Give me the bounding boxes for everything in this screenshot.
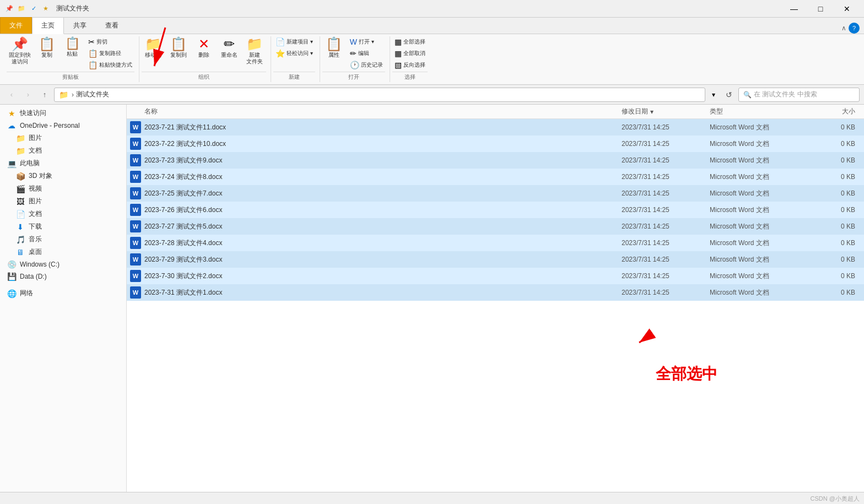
- sidebar-item-music[interactable]: 🎵 音乐: [0, 233, 126, 246]
- sidebar-item-pictures[interactable]: 📁 图片: [0, 132, 126, 144]
- ribbon-collapse-button[interactable]: ∧: [841, 24, 846, 32]
- open-content: 📋 属性 W 打开 ▾ ✏ 编辑 🕐 历史记录: [322, 36, 385, 71]
- forward-button[interactable]: ›: [21, 88, 35, 102]
- copy-button[interactable]: 📋 复制: [35, 36, 58, 59]
- sidebar-item-videos[interactable]: 🎬 视频: [0, 182, 126, 195]
- file-size-cell: 0 KB: [820, 173, 864, 181]
- file-type-cell: Microsoft Word 文档: [710, 222, 820, 231]
- file-date-cell: 2023/7/31 14:25: [622, 272, 710, 280]
- refresh-button[interactable]: ↺: [722, 88, 736, 102]
- sidebar-item-this-pc[interactable]: 💻 此电脑: [0, 157, 126, 170]
- sidebar-item-drive-c[interactable]: 💿 Windows (C:): [0, 258, 126, 270]
- table-row[interactable]: 2023-7-21 测试文件11.docx 2023/7/31 14:25 Mi…: [127, 119, 864, 136]
- table-row[interactable]: 2023-7-24 测试文件8.docx 2023/7/31 14:25 Mic…: [127, 169, 864, 185]
- sidebar-item-downloads[interactable]: ⬇ 下载: [0, 220, 126, 233]
- close-button[interactable]: ✕: [834, 0, 860, 18]
- file-type-cell: Microsoft Word 文档: [710, 139, 820, 149]
- properties-button[interactable]: 📋 属性: [322, 36, 345, 59]
- maximize-button[interactable]: □: [808, 0, 833, 18]
- table-row[interactable]: 2023-7-28 测试文件4.docx 2023/7/31 14:25 Mic…: [127, 235, 864, 251]
- delete-button[interactable]: ✕ 删除: [192, 36, 215, 59]
- new-small-buttons: 📄 新建项目 ▾ ⭐ 轻松访问 ▾: [273, 36, 315, 59]
- sidebar-item-desktop[interactable]: 🖥 桌面: [0, 246, 126, 258]
- pin-to-quick-access-button[interactable]: 📌 固定到快速访问: [7, 36, 33, 66]
- deselect-all-button[interactable]: ▦ 全部取消: [392, 48, 428, 59]
- invert-selection-button[interactable]: ▧ 反向选择: [392, 59, 428, 71]
- header-name[interactable]: 名称: [127, 107, 622, 116]
- breadcrumb-dropdown[interactable]: ▾: [708, 88, 720, 102]
- back-button[interactable]: ‹: [4, 88, 19, 102]
- word-icon: [130, 270, 141, 282]
- open-button[interactable]: W 打开 ▾: [348, 36, 385, 47]
- file-name-cell: 2023-7-27 测试文件5.docx: [144, 222, 622, 231]
- easy-access-button[interactable]: ⭐ 轻松访问 ▾: [273, 48, 315, 59]
- images-icon: 🖼: [15, 197, 25, 206]
- file-size-cell: 0 KB: [820, 123, 864, 131]
- file-icon-cell: [127, 220, 144, 232]
- table-row[interactable]: 2023-7-30 测试文件2.docx 2023/7/31 14:25 Mic…: [127, 268, 864, 284]
- table-row[interactable]: 2023-7-23 测试文件9.docx 2023/7/31 14:25 Mic…: [127, 152, 864, 169]
- table-row[interactable]: 2023-7-27 测试文件5.docx 2023/7/31 14:25 Mic…: [127, 218, 864, 235]
- new-item-icon: 📄: [276, 37, 285, 46]
- rename-icon: ✏: [224, 37, 235, 51]
- table-row[interactable]: 2023-7-26 测试文件6.docx 2023/7/31 14:25 Mic…: [127, 202, 864, 218]
- docs-icon: 📄: [15, 210, 25, 219]
- file-name-cell: 2023-7-24 测试文件8.docx: [144, 172, 622, 182]
- cut-button[interactable]: ✂ 剪切: [86, 36, 134, 47]
- tab-home[interactable]: 主页: [32, 17, 64, 34]
- paste-shortcut-button[interactable]: 📋 粘贴快捷方式: [86, 59, 134, 71]
- drive-c-icon: 💿: [7, 260, 17, 269]
- help-button[interactable]: ?: [849, 23, 860, 34]
- file-icon-cell: [127, 237, 144, 249]
- file-name-cell: 2023-7-23 测试文件9.docx: [144, 156, 622, 165]
- search-box[interactable]: 🔍 在 测试文件夹 中搜索: [738, 88, 860, 102]
- sidebar-item-images[interactable]: 🖼 图片: [0, 195, 126, 208]
- sidebar-item-drive-d[interactable]: 💾 Data (D:): [0, 270, 126, 283]
- new-folder-button[interactable]: 📁 新建文件夹: [243, 36, 266, 66]
- select-all-button[interactable]: ▦ 全部选择: [392, 36, 428, 47]
- desktop-icon: 🖥: [15, 248, 25, 257]
- pin-icon[interactable]: 📌: [4, 4, 14, 14]
- up-button[interactable]: ↑: [37, 88, 52, 102]
- file-size-cell: 0 KB: [820, 223, 864, 230]
- sidebar-item-3d-objects[interactable]: 📦 3D 对象: [0, 170, 126, 182]
- word-icon: [130, 237, 141, 249]
- onedrive-label: OneDrive - Personal: [20, 122, 80, 129]
- word-icon: [130, 121, 141, 133]
- rename-button[interactable]: ✏ 重命名: [218, 36, 241, 59]
- tab-file[interactable]: 文件: [0, 17, 32, 34]
- table-row[interactable]: 2023-7-29 测试文件3.docx 2023/7/31 14:25 Mic…: [127, 251, 864, 268]
- tab-view[interactable]: 查看: [96, 17, 128, 34]
- address-bar[interactable]: 📁 › 测试文件夹: [54, 88, 705, 102]
- drive-d-label: Data (D:): [20, 273, 47, 280]
- table-row[interactable]: 2023-7-22 测试文件10.docx 2023/7/31 14:25 Mi…: [127, 136, 864, 152]
- breadcrumb-path: 测试文件夹: [76, 90, 109, 99]
- edit-button[interactable]: ✏ 编辑: [348, 48, 385, 59]
- header-type[interactable]: 类型: [710, 107, 820, 116]
- select-label: 选择: [392, 72, 428, 82]
- cut-icon: ✂: [88, 37, 95, 46]
- file-size-cell: 0 KB: [820, 272, 864, 280]
- copy-to-button[interactable]: 📋 复制到: [167, 36, 190, 59]
- sidebar-item-documents[interactable]: 📁 文档: [0, 144, 126, 157]
- header-date[interactable]: 修改日期 ▾: [622, 107, 710, 116]
- copy-path-button[interactable]: 📋 复制路径: [86, 48, 134, 59]
- sidebar-item-quick-access[interactable]: ★ 快速访问: [0, 107, 126, 120]
- documents-label: 文档: [29, 146, 42, 155]
- ribbon-content: 📌 固定到快速访问 📋 复制 📋 粘贴 ✂ 剪切 📋: [0, 34, 864, 85]
- sidebar-item-docs[interactable]: 📄 文档: [0, 208, 126, 220]
- sidebar-item-onedrive[interactable]: ☁ OneDrive - Personal: [0, 120, 126, 132]
- table-row[interactable]: 2023-7-31 测试文件1.docx 2023/7/31 14:25 Mic…: [127, 284, 864, 301]
- minimize-button[interactable]: —: [781, 0, 807, 18]
- file-date-cell: 2023/7/31 14:25: [622, 289, 710, 296]
- organize-label: 组织: [142, 72, 266, 82]
- table-row[interactable]: 2023-7-25 测试文件7.docx 2023/7/31 14:25 Mic…: [127, 185, 864, 202]
- move-to-button[interactable]: 📁 移动到: [142, 36, 165, 59]
- history-button[interactable]: 🕐 历史记录: [348, 59, 385, 71]
- paste-button[interactable]: 📋 粘贴: [61, 36, 84, 58]
- deselect-all-icon: ▦: [395, 49, 402, 58]
- tab-share[interactable]: 共享: [64, 17, 96, 34]
- sidebar-item-network[interactable]: 🌐 网络: [0, 287, 126, 300]
- header-size[interactable]: 大小: [820, 107, 864, 116]
- new-item-button[interactable]: 📄 新建项目 ▾: [273, 36, 315, 47]
